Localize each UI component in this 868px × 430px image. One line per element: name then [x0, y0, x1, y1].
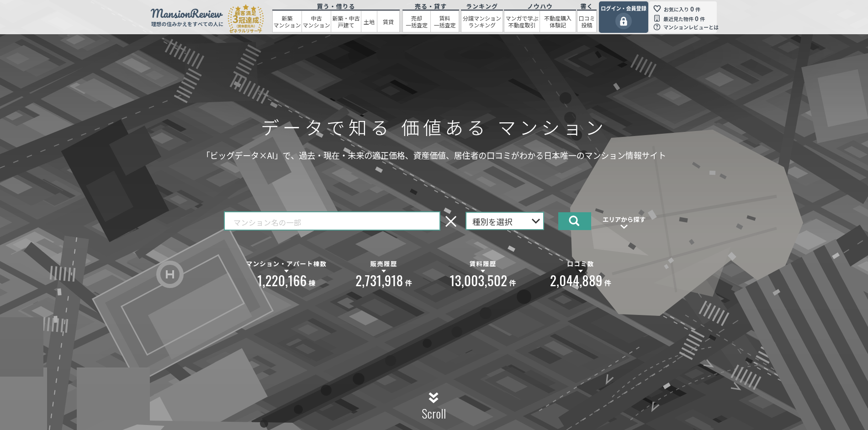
- svg-text:ゼネラルリサーチ: ゼネラルリサーチ: [229, 28, 262, 34]
